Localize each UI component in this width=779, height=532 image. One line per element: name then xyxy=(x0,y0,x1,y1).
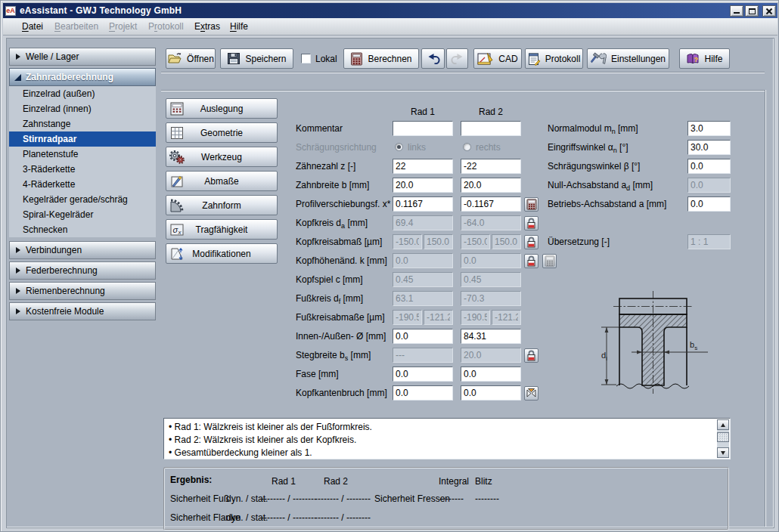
column-header-rad1: Rad 1 xyxy=(393,107,453,117)
cad-button[interactable]: CAD xyxy=(473,48,522,69)
window-controls xyxy=(728,5,776,17)
save-button[interactable]: Speichern xyxy=(220,48,293,69)
sidebar-item-einzelrad-au-en-[interactable]: Einzelrad (außen) xyxy=(9,86,156,101)
radio-label-rechts: rechts xyxy=(476,142,501,153)
nav-button-werkzeug[interactable]: Werkzeug xyxy=(166,147,278,167)
lock-button[interactable] xyxy=(524,235,538,249)
chamfer-button[interactable] xyxy=(524,386,538,401)
sidebar-item-zahnstange[interactable]: Zahnstange xyxy=(9,116,156,131)
open-button[interactable]: Öffnen xyxy=(166,48,216,69)
local-checkbox[interactable] xyxy=(301,54,311,63)
lock-button[interactable] xyxy=(524,348,538,363)
sidebar-item-3-r-derkette[interactable]: 3-Räderkette xyxy=(9,162,156,177)
scroll-down-icon[interactable] xyxy=(717,447,729,458)
field-label-text: Profilverschiebungsf. x* [-] xyxy=(296,199,401,209)
redo-button xyxy=(446,48,468,69)
sidebar-section-kostenfreie-module[interactable]: Kostenfreie Module xyxy=(9,302,156,320)
warning-message-list: Rad 1: Wälzkreis ist kleiner als der Fuß… xyxy=(163,418,731,459)
param-field[interactable] xyxy=(687,159,731,174)
nav-button-abma-e[interactable]: Abmaße xyxy=(166,171,278,191)
tool-icon xyxy=(169,150,185,165)
message-scrollbar[interactable] xyxy=(717,419,729,458)
field-label: Innen-/Außen- Ø [mm] xyxy=(296,331,386,342)
sidebar-section-welle-lager[interactable]: Welle / Lager xyxy=(9,48,156,66)
rad2-field[interactable] xyxy=(461,196,521,212)
param-field[interactable] xyxy=(687,196,731,212)
toothform-icon xyxy=(169,198,185,213)
minimize-icon[interactable] xyxy=(730,5,743,17)
param-label-unit: [°] xyxy=(617,142,628,153)
sidebar-section-zahnradberechnung[interactable]: Zahnradberechnung xyxy=(9,68,156,86)
rad1-field[interactable] xyxy=(393,159,453,174)
nav-button-zahnform[interactable]: Zahnform xyxy=(166,195,278,215)
field-label-text: Kommentar xyxy=(296,123,343,134)
rad2-field[interactable] xyxy=(461,178,521,193)
sidebar-item-schnecken[interactable]: Schnecken xyxy=(9,222,156,237)
lock-button[interactable] xyxy=(524,216,538,230)
calculator-small-button[interactable] xyxy=(524,197,538,212)
window-title: eAssistant - GWJ Technology GmbH xyxy=(20,5,182,16)
chamfer-icon xyxy=(526,388,537,399)
chevron-collapsed-icon xyxy=(16,247,20,253)
redo-icon xyxy=(450,53,465,64)
lock-icon xyxy=(526,237,536,248)
app-icon: eA xyxy=(5,6,16,16)
sidebar-item-stirnradpaar[interactable]: Stirnradpaar xyxy=(9,131,156,147)
menu-item-bearbeiten: Bearbeiten xyxy=(54,21,98,32)
rad2-field[interactable] xyxy=(461,121,521,136)
sidebar-item-label: Spiral-Kegelräder xyxy=(23,209,93,220)
field-label-text: Kopfkreis d xyxy=(296,218,341,228)
menu-item-extras[interactable]: Extras xyxy=(194,21,220,32)
rad1-field[interactable] xyxy=(393,196,453,212)
sidebar-section-federberechnung[interactable]: Federberechnung xyxy=(9,261,156,280)
menu-item-hilfe[interactable]: Hilfe xyxy=(230,21,248,32)
rad2-field[interactable] xyxy=(461,385,521,401)
protocol-button[interactable]: Protokoll xyxy=(525,48,583,69)
floppy-icon xyxy=(227,52,241,65)
close-icon[interactable] xyxy=(762,5,776,17)
menu-item-datei[interactable]: Datei xyxy=(22,21,43,32)
nav-button-modifikationen[interactable]: Modifikationen xyxy=(166,243,278,264)
rad2-field[interactable] xyxy=(461,367,521,382)
sidebar-section-label: Verbindungen xyxy=(26,245,82,255)
rad1-field[interactable] xyxy=(393,178,453,193)
nav-button-auslegung[interactable]: Auslegung xyxy=(166,98,278,119)
sidebar-section-verbindungen[interactable]: Verbindungen xyxy=(9,241,156,259)
button-label: Berechnen xyxy=(368,54,411,64)
sidebar-item-label: Einzelrad (außen) xyxy=(23,88,95,99)
protocol-icon xyxy=(528,52,541,66)
rad1-field xyxy=(393,272,453,287)
rad1-field[interactable] xyxy=(393,121,453,136)
nav-button-geometrie[interactable]: Geometrie xyxy=(166,122,278,143)
sidebar-item-einzelrad-innen-[interactable]: Einzelrad (innen) xyxy=(9,101,156,116)
sidebar-section-riemenberechnung[interactable]: Riemenberechnung xyxy=(9,282,156,300)
scrollbar-thumb[interactable] xyxy=(717,432,729,442)
rad2-field[interactable] xyxy=(461,329,521,344)
rad1-field-upper xyxy=(424,234,453,249)
sidebar-item-spiral-kegelr-der[interactable]: Spiral-Kegelräder xyxy=(9,207,156,222)
param-field[interactable] xyxy=(687,121,731,136)
rad1-field[interactable] xyxy=(393,367,453,382)
param-label-text: Schrägungswinkel β [°] xyxy=(548,161,640,172)
lock-icon xyxy=(526,350,536,361)
param-field[interactable] xyxy=(687,140,731,155)
settings-button[interactable]: Einstellungen xyxy=(587,48,669,69)
rad1-field[interactable] xyxy=(393,329,453,344)
undo-button[interactable] xyxy=(421,48,445,69)
help-button[interactable]: ?Hilfe xyxy=(679,48,730,69)
rad1-field[interactable] xyxy=(393,385,453,401)
rad2-field-upper xyxy=(492,234,521,249)
calculate-button[interactable]: Berechnen xyxy=(343,48,419,69)
maximize-icon[interactable] xyxy=(745,5,759,17)
sidebar-item-4-r-derkette[interactable]: 4-Räderkette xyxy=(9,177,156,192)
field-label: Schrägungsrichtung xyxy=(296,142,377,153)
lock-button[interactable] xyxy=(524,254,538,268)
nav-button-tragf-higkeit[interactable]: σxTragfähigkeit xyxy=(166,219,278,240)
scroll-up-icon[interactable] xyxy=(717,419,729,430)
inner-diameter-dimension: di xyxy=(601,327,619,385)
sidebar-item-planetenstufe[interactable]: Planetenstufe xyxy=(9,147,156,162)
rad2-field[interactable] xyxy=(461,159,521,174)
sidebar-item-label: Stirnradpaar xyxy=(23,134,76,144)
button-label: CAD xyxy=(498,54,517,64)
sidebar-item-kegelr-der-gerade-schr-g[interactable]: Kegelräder gerade/schräg xyxy=(9,192,156,207)
